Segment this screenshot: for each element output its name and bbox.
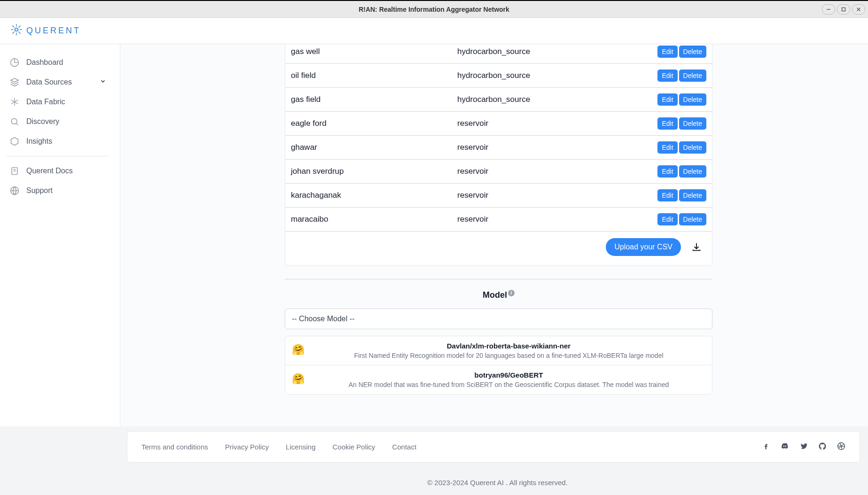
entity-type-cell: reservoir xyxy=(452,208,614,232)
footer-link-licensing[interactable]: Licensing xyxy=(286,443,315,451)
sidebar-item-insights[interactable]: Insights xyxy=(5,131,111,151)
edit-button[interactable]: Edit xyxy=(657,117,677,130)
svg-line-12 xyxy=(12,31,14,33)
table-row: eagle fordreservoirEditDelete xyxy=(285,112,712,136)
download-icon[interactable] xyxy=(691,242,702,252)
row-actions-cell: EditDelete xyxy=(614,208,712,232)
row-actions-cell: EditDelete xyxy=(614,136,712,160)
doc-icon xyxy=(9,166,20,176)
entity-name-cell: karachaganak xyxy=(285,184,452,208)
footer-link-contact[interactable]: Contact xyxy=(392,443,416,451)
delete-button[interactable]: Delete xyxy=(679,213,706,225)
upload-csv-button[interactable]: Upload your CSV xyxy=(606,238,681,256)
svg-rect-1 xyxy=(842,8,845,11)
entity-type-cell: reservoir xyxy=(452,184,614,208)
copyright-text: © 2023-2024 Querent AI . All rights rese… xyxy=(127,463,868,487)
app-topbar: QUERENT xyxy=(0,18,868,44)
model-option-name: botryan96/GeoBERT xyxy=(312,371,705,379)
row-actions-cell: EditDelete xyxy=(614,184,712,208)
table-row: karachaganakreservoirEditDelete xyxy=(285,184,712,208)
footer-link-cookie[interactable]: Cookie Policy xyxy=(333,443,375,451)
svg-line-11 xyxy=(18,25,20,27)
sidebar-item-support[interactable]: Support xyxy=(5,181,111,201)
delete-button[interactable]: Delete xyxy=(679,46,706,58)
svg-marker-19 xyxy=(11,138,18,146)
footer: Terms and conditions Privacy Policy Lice… xyxy=(0,426,868,495)
delete-button[interactable]: Delete xyxy=(679,117,706,130)
table-row: maracaiboreservoirEditDelete xyxy=(285,208,712,232)
info-icon[interactable]: i xyxy=(508,290,515,296)
table-row: gas wellhydrocarbon_sourceEditDelete xyxy=(285,44,712,64)
model-option-list: 🤗Davlan/xlm-roberta-base-wikiann-nerFirs… xyxy=(285,336,712,394)
table-row: ghawarreservoirEditDelete xyxy=(285,136,712,160)
model-option[interactable]: 🤗Davlan/xlm-roberta-base-wikiann-nerFirs… xyxy=(285,336,712,365)
entity-type-cell: reservoir xyxy=(452,112,614,136)
window-minimize-button[interactable] xyxy=(822,4,835,15)
sidebar-item-dashboard[interactable]: Dashboard xyxy=(5,53,111,72)
footer-link-terms[interactable]: Terms and conditions xyxy=(141,443,208,451)
twitter-icon[interactable] xyxy=(799,442,808,452)
discord-icon[interactable] xyxy=(781,442,789,452)
huggingface-icon: 🤗 xyxy=(292,344,305,359)
edit-button[interactable]: Edit xyxy=(657,141,677,154)
dashboard-icon xyxy=(9,57,20,68)
sidebar-item-label: Data Fabric xyxy=(26,98,65,106)
svg-line-9 xyxy=(12,25,14,27)
edit-button[interactable]: Edit xyxy=(657,189,677,201)
sidebar-item-label: Data Sources xyxy=(26,78,72,86)
delete-button[interactable]: Delete xyxy=(679,93,706,106)
footer-link-privacy[interactable]: Privacy Policy xyxy=(225,443,269,451)
os-titlebar: R!AN: Realtime Information Aggregator Ne… xyxy=(0,1,868,18)
search-icon xyxy=(9,116,20,127)
edit-button[interactable]: Edit xyxy=(657,70,677,82)
sidebar-item-data-fabric[interactable]: Data Fabric xyxy=(5,92,111,112)
logo-icon xyxy=(10,23,23,38)
delete-button[interactable]: Delete xyxy=(679,141,706,154)
entity-type-cell: reservoir xyxy=(452,136,614,160)
delete-button[interactable]: Delete xyxy=(679,70,706,82)
window-maximize-button[interactable] xyxy=(837,4,850,15)
sidebar-item-label: Querent Docs xyxy=(26,167,73,175)
logo-text: QUERENT xyxy=(26,26,81,36)
table-row: johan sverdrupreservoirEditDelete xyxy=(285,160,712,184)
model-option-desc: An NER model that was fine-tuned from Sc… xyxy=(312,381,705,388)
edit-button[interactable]: Edit xyxy=(657,213,677,225)
globe-icon xyxy=(9,186,20,196)
entity-table: gas wellhydrocarbon_sourceEditDeleteoil … xyxy=(285,44,712,232)
model-option-name: Davlan/xlm-roberta-base-wikiann-ner xyxy=(312,342,705,350)
model-section: Modeli -- Choose Model -- 🤗Davlan/xlm-ro… xyxy=(285,279,712,394)
svg-point-17 xyxy=(11,118,17,124)
svg-line-10 xyxy=(18,31,20,33)
entity-name-cell: ghawar xyxy=(285,136,452,160)
github-icon[interactable] xyxy=(818,442,827,452)
facebook-icon[interactable] xyxy=(762,442,770,452)
entity-type-cell: reservoir xyxy=(452,160,614,184)
entity-name-cell: gas well xyxy=(285,44,452,64)
sidebar-item-label: Dashboard xyxy=(26,58,63,67)
app-logo[interactable]: QUERENT xyxy=(10,23,81,38)
entity-type-cell: hydrocarbon_source xyxy=(452,44,614,64)
model-heading: Modeli xyxy=(285,290,712,300)
table-row: oil fieldhydrocarbon_sourceEditDelete xyxy=(285,64,712,88)
svg-point-4 xyxy=(15,28,18,31)
sidebar-separator xyxy=(7,156,109,156)
delete-button[interactable]: Delete xyxy=(679,189,706,201)
edit-button[interactable]: Edit xyxy=(657,46,677,58)
edit-button[interactable]: Edit xyxy=(657,165,677,178)
entity-table-card: gas wellhydrocarbon_sourceEditDeleteoil … xyxy=(285,44,712,266)
dribbble-icon[interactable] xyxy=(837,442,845,452)
edit-button[interactable]: Edit xyxy=(657,93,677,106)
delete-button[interactable]: Delete xyxy=(679,165,706,178)
sidebar-item-docs[interactable]: Querent Docs xyxy=(5,161,111,181)
main-content: gas wellhydrocarbon_sourceEditDeleteoil … xyxy=(120,44,868,426)
model-select[interactable]: -- Choose Model -- xyxy=(285,309,712,329)
svg-marker-13 xyxy=(11,78,19,82)
sidebar-item-data-sources[interactable]: Data Sources xyxy=(5,72,111,92)
sidebar-item-discovery[interactable]: Discovery xyxy=(5,112,111,131)
sidebar-item-label: Discovery xyxy=(26,117,59,126)
window-close-button[interactable] xyxy=(852,4,865,15)
hex-icon xyxy=(9,136,20,147)
row-actions-cell: EditDelete xyxy=(614,88,712,112)
model-option[interactable]: 🤗botryan96/GeoBERTAn NER model that was … xyxy=(285,365,712,394)
os-window-title: R!AN: Realtime Information Aggregator Ne… xyxy=(359,6,509,13)
